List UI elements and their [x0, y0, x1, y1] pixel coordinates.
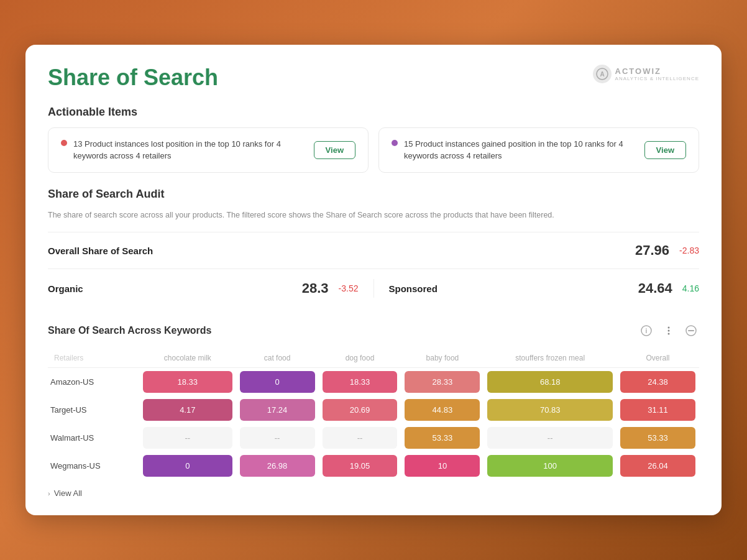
retailer-name-cell: Target-US [48, 396, 139, 424]
actionable-card-lost: 13 Product instances lost position in th… [48, 127, 369, 173]
data-cell: 4.17 [139, 396, 236, 424]
sponsored-label: Sponsored [389, 283, 638, 294]
overall-audit-row: Overall Share of Search 27.96 -2.83 [48, 232, 699, 269]
gained-view-button[interactable]: View [644, 141, 686, 159]
overall-delta: -2.83 [679, 246, 699, 255]
logo-tagline: ANALYTICS & INTELLIGENCE [615, 76, 699, 81]
logo-text-block: ACTOWIZ ANALYTICS & INTELLIGENCE [615, 67, 699, 81]
page-title: Share of Search [48, 65, 218, 91]
logo-area: A ACTOWIZ ANALYTICS & INTELLIGENCE [593, 65, 699, 83]
data-cell: 18.33 [319, 368, 401, 397]
actionable-card-gained-left: 15 Product instances gained position in … [392, 138, 637, 162]
col-header-overall: Overall [616, 349, 699, 368]
table-row: Amazon-US18.33018.3328.3368.1824.38 [48, 368, 699, 397]
svg-text:i: i [646, 328, 648, 334]
gained-dot-icon [392, 140, 398, 146]
sponsored-half: Sponsored 24.64 4.16 [389, 280, 700, 296]
audit-section-title: Share of Search Audit [48, 188, 699, 201]
data-cell: 70.83 [483, 396, 616, 424]
col-header-cat-food: cat food [236, 349, 319, 368]
data-cell: 26.98 [236, 452, 319, 480]
retailer-name-cell: Wegmans-US [48, 452, 139, 480]
main-card: Share of Search A ACTOWIZ ANALYTICS & IN… [25, 45, 722, 516]
chevron-right-icon: › [48, 490, 50, 497]
overall-value: 27.96 [635, 242, 669, 259]
data-cell: 44.83 [401, 396, 483, 424]
data-cell: 68.18 [483, 368, 616, 397]
table-row: Wegmans-US026.9819.051010026.04 [48, 452, 699, 480]
keywords-section-title: Share Of Search Across Keywords [48, 325, 212, 336]
svg-point-6 [668, 333, 670, 335]
info-icon[interactable]: i [638, 323, 654, 339]
retailer-name-cell: Walmart-US [48, 424, 139, 452]
data-cell: 53.33 [616, 424, 699, 452]
keywords-actions: i [638, 323, 699, 339]
col-header-chocolate-milk: chocolate milk [139, 349, 236, 368]
actionable-items-section: Actionable Items 13 Product instances lo… [48, 106, 699, 173]
actionable-card-lost-left: 13 Product instances lost position in th… [61, 138, 306, 162]
view-all-row[interactable]: › View All [48, 489, 699, 498]
table-body: Amazon-US18.33018.3328.3368.1824.38Targe… [48, 368, 699, 480]
data-cell: 0 [236, 368, 319, 397]
table-header: Retailers chocolate milk cat food dog fo… [48, 349, 699, 368]
data-cell: 24.38 [616, 368, 699, 397]
data-cell: -- [319, 424, 401, 452]
gained-card-text: 15 Product instances gained position in … [404, 138, 637, 162]
organic-half: Organic 28.3 -3.52 [48, 280, 359, 296]
data-cell: 0 [139, 452, 236, 480]
data-cell: 100 [483, 452, 616, 480]
organic-value: 28.3 [302, 280, 329, 296]
svg-text:A: A [600, 71, 604, 78]
actionable-card-gained: 15 Product instances gained position in … [378, 127, 699, 173]
organic-label: Organic [48, 283, 302, 294]
retailer-name-cell: Amazon-US [48, 368, 139, 397]
overall-label: Overall Share of Search [48, 246, 635, 256]
keywords-section: Share Of Search Across Keywords i [48, 323, 699, 498]
organic-delta: -3.52 [339, 283, 359, 293]
more-options-icon[interactable] [661, 323, 677, 339]
col-header-baby-food: baby food [401, 349, 483, 368]
sponsored-delta: 4.16 [682, 283, 699, 293]
col-header-retailers: Retailers [48, 349, 139, 368]
actionable-items-title: Actionable Items [48, 106, 699, 119]
keywords-table: Retailers chocolate milk cat food dog fo… [48, 349, 699, 480]
data-cell: 10 [401, 452, 483, 480]
sponsored-value: 24.64 [638, 280, 672, 296]
table-row: Walmart-US------53.33--53.33 [48, 424, 699, 452]
col-header-dog-food: dog food [319, 349, 401, 368]
organic-sponsored-divider [374, 279, 374, 298]
table-row: Target-US4.1717.2420.6944.8370.8331.11 [48, 396, 699, 424]
lost-card-text: 13 Product instances lost position in th… [73, 138, 306, 162]
lost-view-button[interactable]: View [314, 141, 355, 159]
audit-subtitle: The share of search score across all you… [48, 209, 699, 221]
header-row: Share of Search A ACTOWIZ ANALYTICS & IN… [48, 65, 699, 91]
data-cell: -- [236, 424, 319, 452]
lost-dot-icon [61, 140, 67, 146]
keywords-header: Share Of Search Across Keywords i [48, 323, 699, 339]
audit-section: Share of Search Audit The share of searc… [48, 188, 699, 308]
svg-point-5 [668, 330, 670, 332]
data-cell: 26.04 [616, 452, 699, 480]
data-cell: 28.33 [401, 368, 483, 397]
logo-icon: A [593, 65, 612, 83]
collapse-icon[interactable] [683, 323, 699, 339]
organic-sponsored-row: Organic 28.3 -3.52 Sponsored 24.64 4.16 [48, 269, 699, 308]
data-cell: -- [139, 424, 236, 452]
actionable-cards: 13 Product instances lost position in th… [48, 127, 699, 173]
data-cell: 31.11 [616, 396, 699, 424]
data-cell: -- [483, 424, 616, 452]
keywords-table-container: Retailers chocolate milk cat food dog fo… [48, 349, 699, 480]
data-cell: 17.24 [236, 396, 319, 424]
svg-point-4 [668, 327, 670, 329]
data-cell: 19.05 [319, 452, 401, 480]
col-header-stouffers: stouffers frozen meal [483, 349, 616, 368]
view-all-label: View All [54, 489, 82, 498]
data-cell: 20.69 [319, 396, 401, 424]
data-cell: 18.33 [139, 368, 236, 397]
logo-name: ACTOWIZ [615, 67, 699, 76]
data-cell: 53.33 [401, 424, 483, 452]
